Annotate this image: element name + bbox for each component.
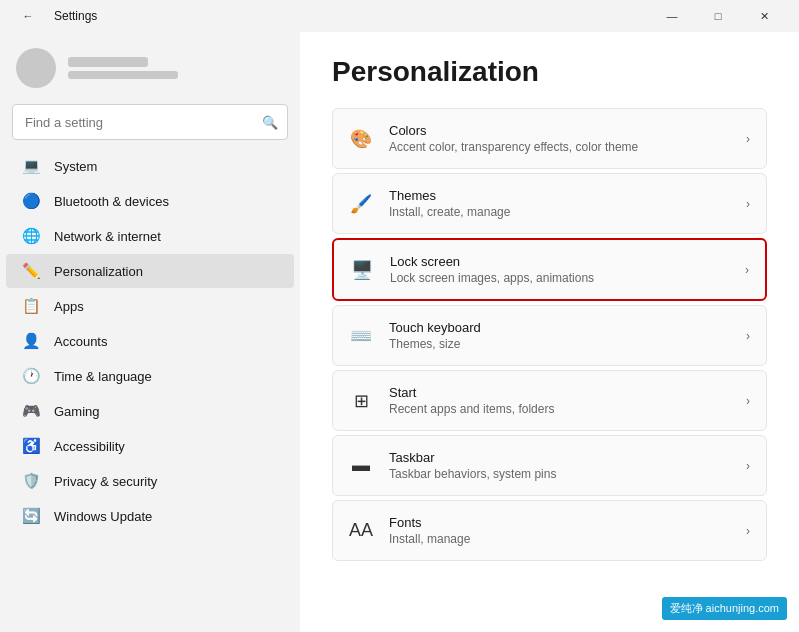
gaming-icon: 🎮 [22,402,40,420]
touch-keyboard-text: Touch keyboard Themes, size [389,320,730,351]
lock-screen-icon: 🖥️ [350,258,374,282]
sidebar-item-system[interactable]: 💻 System [6,149,294,183]
sidebar-item-label: Gaming [54,404,100,419]
minimize-icon: — [667,10,678,22]
fonts-chevron: › [746,524,750,538]
close-button[interactable]: ✕ [741,0,787,32]
start-text: Start Recent apps and items, folders [389,385,730,416]
start-desc: Recent apps and items, folders [389,402,730,416]
themes-text: Themes Install, create, manage [389,188,730,219]
themes-title: Themes [389,188,730,203]
apps-icon: 📋 [22,297,40,315]
title-bar-controls: — □ ✕ [649,0,787,32]
accessibility-icon: ♿ [22,437,40,455]
accent-color-desc: Accent color, transparency effects, colo… [389,140,730,154]
lock-screen-desc: Lock screen images, apps, animations [390,271,729,285]
touch-keyboard-title: Touch keyboard [389,320,730,335]
sidebar-item-time[interactable]: 🕐 Time & language [6,359,294,393]
settings-item-lock-screen[interactable]: 🖥️ Lock screen Lock screen images, apps,… [332,238,767,301]
user-name [68,57,148,67]
settings-item-taskbar[interactable]: ▬ Taskbar Taskbar behaviors, system pins… [332,435,767,496]
sidebar-item-gaming[interactable]: 🎮 Gaming [6,394,294,428]
taskbar-desc: Taskbar behaviors, system pins [389,467,730,481]
sidebar: 🔍 💻 System 🔵 Bluetooth & devices 🌐 Netwo… [0,32,300,632]
taskbar-chevron: › [746,459,750,473]
personalization-icon: ✏️ [22,262,40,280]
title-bar: ← Settings — □ ✕ [0,0,799,32]
touch-keyboard-icon: ⌨️ [349,324,373,348]
fonts-icon: AA [349,519,373,543]
touch-keyboard-desc: Themes, size [389,337,730,351]
search-icon: 🔍 [262,115,278,130]
system-icon: 💻 [22,157,40,175]
lock-screen-chevron: › [745,263,749,277]
title-bar-left: ← Settings [12,0,97,32]
sidebar-item-label: Bluetooth & devices [54,194,169,209]
taskbar-icon: ▬ [349,454,373,478]
sidebar-item-label: Accessibility [54,439,125,454]
nav-list: 💻 System 🔵 Bluetooth & devices 🌐 Network… [0,148,300,534]
start-chevron: › [746,394,750,408]
sidebar-item-accounts[interactable]: 👤 Accounts [6,324,294,358]
sidebar-item-label: Personalization [54,264,143,279]
sidebar-item-network[interactable]: 🌐 Network & internet [6,219,294,253]
content-area: 🔍 💻 System 🔵 Bluetooth & devices 🌐 Netwo… [0,32,799,632]
back-button[interactable]: ← [12,0,44,32]
settings-item-themes[interactable]: 🖌️ Themes Install, create, manage › [332,173,767,234]
lock-screen-text: Lock screen Lock screen images, apps, an… [390,254,729,285]
fonts-desc: Install, manage [389,532,730,546]
time-icon: 🕐 [22,367,40,385]
themes-chevron: › [746,197,750,211]
sidebar-item-accessibility[interactable]: ♿ Accessibility [6,429,294,463]
sidebar-item-label: System [54,159,97,174]
start-title: Start [389,385,730,400]
settings-item-start[interactable]: ⊞ Start Recent apps and items, folders › [332,370,767,431]
maximize-icon: □ [715,10,722,22]
settings-item-touch-keyboard[interactable]: ⌨️ Touch keyboard Themes, size › [332,305,767,366]
accounts-icon: 👤 [22,332,40,350]
avatar [16,48,56,88]
accent-color-icon: 🎨 [349,127,373,151]
minimize-button[interactable]: — [649,0,695,32]
maximize-button[interactable]: □ [695,0,741,32]
start-icon: ⊞ [349,389,373,413]
watermark: 爱纯净 aichunjing.com [662,597,787,620]
sidebar-item-personalization[interactable]: ✏️ Personalization [6,254,294,288]
touch-keyboard-chevron: › [746,329,750,343]
fonts-title: Fonts [389,515,730,530]
accent-color-chevron: › [746,132,750,146]
settings-item-fonts[interactable]: AA Fonts Install, manage › [332,500,767,561]
sidebar-item-label: Time & language [54,369,152,384]
sidebar-item-windows-update[interactable]: 🔄 Windows Update [6,499,294,533]
close-icon: ✕ [760,10,769,23]
accent-color-text: Colors Accent color, transparency effect… [389,123,730,154]
back-icon: ← [23,10,34,22]
settings-item-accent-color[interactable]: 🎨 Colors Accent color, transparency effe… [332,108,767,169]
themes-icon: 🖌️ [349,192,373,216]
themes-desc: Install, create, manage [389,205,730,219]
sidebar-item-label: Windows Update [54,509,152,524]
user-profile [0,32,300,100]
sidebar-item-privacy[interactable]: 🛡️ Privacy & security [6,464,294,498]
windows-update-icon: 🔄 [22,507,40,525]
network-icon: 🌐 [22,227,40,245]
fonts-text: Fonts Install, manage [389,515,730,546]
sidebar-item-label: Network & internet [54,229,161,244]
accent-color-title: Colors [389,123,730,138]
page-title: Personalization [332,56,767,88]
user-email [68,71,178,79]
user-info [68,57,178,79]
sidebar-item-label: Apps [54,299,84,314]
sidebar-item-label: Accounts [54,334,107,349]
taskbar-text: Taskbar Taskbar behaviors, system pins [389,450,730,481]
search-input[interactable] [12,104,288,140]
sidebar-item-bluetooth[interactable]: 🔵 Bluetooth & devices [6,184,294,218]
sidebar-item-label: Privacy & security [54,474,157,489]
main-panel: Personalization 🎨 Colors Accent color, t… [300,32,799,632]
taskbar-title: Taskbar [389,450,730,465]
lock-screen-title: Lock screen [390,254,729,269]
bluetooth-icon: 🔵 [22,192,40,210]
sidebar-item-apps[interactable]: 📋 Apps [6,289,294,323]
settings-list: 🎨 Colors Accent color, transparency effe… [332,108,767,561]
privacy-icon: 🛡️ [22,472,40,490]
